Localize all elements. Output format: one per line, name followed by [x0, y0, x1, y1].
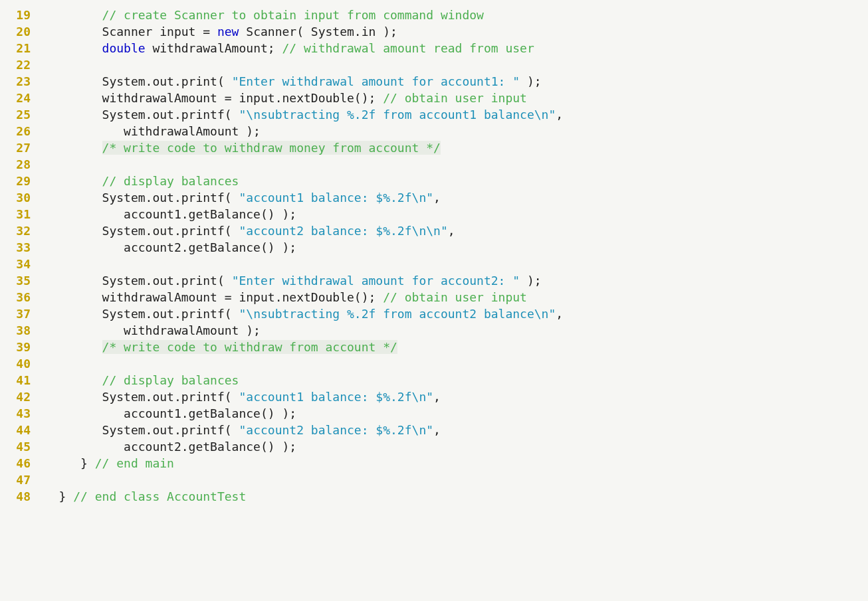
token: } [59, 489, 74, 503]
line-number: 25 [0, 106, 37, 123]
token: new [217, 25, 239, 39]
code-line: 36 withdrawalAmount = input.nextDouble()… [0, 289, 868, 305]
code-content: Scanner input = new Scanner( System.in )… [37, 23, 868, 40]
code-content: withdrawalAmount = input.nextDouble(); /… [37, 90, 868, 106]
token: // end main [95, 456, 174, 470]
line-number: 44 [0, 422, 37, 438]
token: // display balances [102, 373, 239, 387]
code-line: 30 System.out.printf( "account1 balance:… [0, 189, 868, 206]
code-line: 38 withdrawalAmount ); [0, 322, 868, 339]
token: System.out.printf( [102, 423, 239, 437]
token: "\nsubtracting %.2f from account1 balanc… [239, 108, 556, 122]
token: , [448, 224, 455, 238]
token: // end class AccountTest [73, 489, 246, 503]
code-line: 24 withdrawalAmount = input.nextDouble()… [0, 90, 868, 106]
token: ); [520, 274, 542, 288]
line-number: 27 [0, 139, 37, 156]
token: , [556, 108, 563, 122]
code-content: account1.getBalance() ); [37, 405, 868, 422]
code-content: withdrawalAmount = input.nextDouble(); /… [37, 289, 868, 305]
code-line: 27 /* write code to withdraw money from … [0, 139, 868, 156]
token: account2.getBalance() ); [124, 440, 296, 454]
code-content: account2.getBalance() ); [37, 438, 868, 455]
line-number: 40 [0, 355, 37, 372]
code-line: 22 [0, 56, 868, 73]
token: "account1 balance: $%.2f\n" [239, 191, 433, 205]
code-line: 29 // display balances [0, 173, 868, 189]
line-number: 22 [0, 56, 37, 73]
code-line: 21 double withdrawalAmount; // withdrawa… [0, 40, 868, 56]
code-content [37, 56, 868, 73]
code-content [37, 472, 868, 488]
line-number: 29 [0, 173, 37, 189]
code-content: withdrawalAmount ); [37, 123, 868, 139]
token: System.out.printf( [102, 390, 239, 404]
line-number: 20 [0, 23, 37, 40]
code-listing: 19 // create Scanner to obtain input fro… [0, 0, 868, 531]
code-line: 31 account1.getBalance() ); [0, 206, 868, 222]
code-line: 48 } // end class AccountTest [0, 488, 868, 505]
token: Scanner input = [102, 25, 217, 39]
code-line: 42 System.out.printf( "account1 balance:… [0, 388, 868, 405]
token: withdrawalAmount ); [124, 124, 261, 138]
token: withdrawalAmount ); [124, 323, 261, 337]
code-line: 19 // create Scanner to obtain input fro… [0, 7, 868, 23]
token: "account1 balance: $%.2f\n" [239, 390, 433, 404]
code-content: } // end class AccountTest [37, 488, 868, 505]
token: , [433, 423, 441, 437]
line-number: 24 [0, 90, 37, 106]
token: , [433, 390, 441, 404]
line-number: 34 [0, 256, 37, 272]
token: withdrawalAmount = input.nextDouble(); [102, 91, 383, 105]
code-content [37, 355, 868, 372]
token: } [80, 456, 95, 470]
token: // create Scanner to obtain input from c… [102, 8, 484, 22]
code-line: 28 [0, 156, 868, 173]
line-number: 31 [0, 206, 37, 222]
line-number: 26 [0, 123, 37, 139]
token: System.out.print( [102, 74, 232, 88]
code-line: 33 account2.getBalance() ); [0, 239, 868, 256]
code-content: System.out.printf( "\nsubtracting %.2f f… [37, 106, 868, 123]
token: ); [520, 74, 542, 88]
token: Scanner( System.in ); [239, 25, 397, 39]
code-line: 39 /* write code to withdraw from accoun… [0, 339, 868, 355]
code-line: 35 System.out.print( "Enter withdrawal a… [0, 272, 868, 289]
token: System.out.printf( [102, 108, 239, 122]
code-content: /* write code to withdraw from account *… [37, 339, 868, 355]
code-content: System.out.printf( "\nsubtracting %.2f f… [37, 305, 868, 322]
line-number: 33 [0, 239, 37, 256]
line-number: 42 [0, 388, 37, 405]
line-number: 41 [0, 372, 37, 388]
code-line: 41 // display balances [0, 372, 868, 388]
token: account1.getBalance() ); [124, 207, 296, 221]
code-content: System.out.printf( "account2 balance: $%… [37, 422, 868, 438]
line-number: 39 [0, 339, 37, 355]
token: withdrawalAmount; [146, 41, 282, 55]
code-content: System.out.printf( "account1 balance: $%… [37, 189, 868, 206]
code-line: 34 [0, 256, 868, 272]
code-content [37, 256, 868, 272]
token: account2.getBalance() ); [124, 240, 296, 254]
line-number: 30 [0, 189, 37, 206]
token: /* write code to withdraw from account *… [102, 340, 397, 354]
token: "account2 balance: $%.2f\n\n" [239, 224, 447, 238]
token: "account2 balance: $%.2f\n" [239, 423, 433, 437]
token: , [433, 191, 441, 205]
code-content: // display balances [37, 173, 868, 189]
code-line: 40 [0, 355, 868, 372]
line-number: 32 [0, 222, 37, 239]
line-number: 37 [0, 305, 37, 322]
token: System.out.print( [102, 274, 232, 288]
code-content: System.out.print( "Enter withdrawal amou… [37, 73, 868, 90]
token: "\nsubtracting %.2f from account2 balanc… [239, 307, 556, 321]
code-content: // create Scanner to obtain input from c… [37, 7, 868, 23]
line-number: 36 [0, 289, 37, 305]
line-number: 43 [0, 405, 37, 422]
line-number: 28 [0, 156, 37, 173]
code-content: System.out.printf( "account2 balance: $%… [37, 222, 868, 239]
token: account1.getBalance() ); [124, 406, 296, 420]
code-line: 44 System.out.printf( "account2 balance:… [0, 422, 868, 438]
code-line: 20 Scanner input = new Scanner( System.i… [0, 23, 868, 40]
code-content: double withdrawalAmount; // withdrawal a… [37, 40, 868, 56]
